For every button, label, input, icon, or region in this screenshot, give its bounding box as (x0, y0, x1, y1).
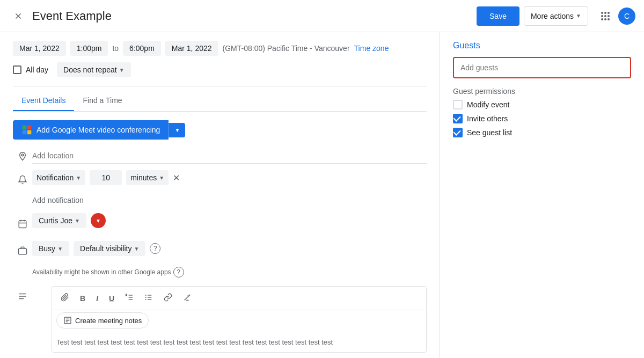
allday-label: All day (26, 65, 48, 74)
notif-unit-chevron: ▼ (159, 175, 164, 181)
status-row: Busy ▼ Default visibility ▼ ? (13, 241, 427, 260)
left-panel: Mar 1, 2022 1:00pm to 6:00pm Mar 1, 2022… (0, 32, 440, 358)
repeat-button[interactable]: Does not repeat ▼ (57, 62, 131, 77)
event-color-button[interactable]: ▼ (91, 213, 106, 228)
allday-row: All day Does not repeat ▼ (13, 62, 427, 77)
svg-rect-5 (27, 130, 32, 135)
attach-file-button[interactable] (56, 291, 74, 305)
notification-unit-select[interactable]: minutes ▼ (126, 170, 169, 185)
add-meet-button[interactable]: Add Google Meet video conferencing (13, 120, 169, 140)
calendar-chevron: ▼ (75, 218, 80, 224)
invite-others-checkbox[interactable] (453, 114, 463, 123)
invite-others-label: Invite others (467, 114, 508, 123)
svg-point-6 (21, 154, 24, 156)
allday-checkbox[interactable] (13, 65, 21, 74)
availability-help-icon[interactable]: ? (173, 267, 184, 277)
timezone-text: (GMT-08:00) Pacific Time - Vancouver (223, 44, 350, 53)
to-separator: to (112, 44, 119, 53)
location-field-container (32, 148, 427, 164)
italic-button[interactable]: I (92, 292, 103, 305)
availability-note: Availability might be shown in other Goo… (32, 267, 427, 277)
right-panel: Guests Guest permissions Modify event In… (440, 32, 644, 358)
tabs-row: Event Details Find a Time (13, 91, 427, 112)
divider (13, 86, 427, 86)
editor-body-text[interactable]: Test test test test test test test test … (52, 333, 426, 352)
tab-event-details[interactable]: Event Details (13, 91, 74, 111)
permission-row-invite: Invite others (453, 114, 631, 123)
description-row: B I U 1 (13, 286, 427, 353)
top-actions: Save More actions ▼ C (477, 6, 635, 26)
remove-format-button[interactable] (179, 291, 196, 305)
repeat-chevron-icon: ▼ (119, 67, 125, 73)
end-time-button[interactable]: 6:00pm (123, 41, 161, 56)
add-notification-link[interactable]: Add notification (32, 196, 427, 204)
end-date-button[interactable]: Mar 1, 2022 (165, 41, 218, 56)
guests-title: Guests (453, 41, 631, 50)
unordered-list-button[interactable] (140, 291, 157, 305)
datetime-row: Mar 1, 2022 1:00pm to 6:00pm Mar 1, 2022… (13, 41, 427, 56)
bold-button[interactable]: B (76, 292, 90, 305)
notification-controls: Notification ▼ 10 minutes ▼ ✕ (32, 170, 180, 185)
svg-rect-3 (27, 126, 32, 130)
svg-point-22 (145, 295, 147, 296)
notification-value-input[interactable]: 10 (90, 170, 122, 185)
modify-event-label: Modify event (467, 100, 509, 109)
remove-notification-button[interactable]: ✕ (173, 173, 180, 183)
chevron-down-icon: ▼ (576, 13, 581, 19)
editor-toolbar: B I U 1 (52, 287, 426, 310)
calendar-icon (13, 219, 32, 229)
top-bar: Event Example Save More actions ▼ C (0, 0, 644, 32)
status-controls: Busy ▼ Default visibility ▼ ? (32, 241, 160, 256)
avatar[interactable]: C (618, 8, 635, 25)
tab-find-time[interactable]: Find a Time (74, 91, 130, 111)
calendar-row: Curtis Joe ▼ ▼ (13, 213, 427, 235)
create-meeting-notes-button[interactable]: Create meeting notes (56, 312, 149, 328)
meet-row: Add Google Meet video conferencing ▼ (13, 120, 427, 140)
more-actions-button[interactable]: More actions ▼ (524, 6, 588, 26)
see-guest-list-checkbox[interactable] (453, 128, 463, 137)
start-time-button[interactable]: 1:00pm (70, 41, 108, 56)
svg-point-24 (145, 299, 147, 300)
location-input[interactable] (32, 148, 427, 164)
apps-icon[interactable] (601, 12, 610, 20)
notif-type-chevron: ▼ (76, 175, 81, 181)
modify-event-checkbox[interactable] (453, 100, 463, 109)
editor-container: B I U 1 (52, 286, 427, 353)
event-title: Event Example (32, 9, 477, 23)
link-button[interactable] (159, 291, 177, 305)
underline-button[interactable]: U (105, 292, 119, 305)
add-guests-input[interactable] (453, 57, 631, 78)
meet-dropdown-button[interactable]: ▼ (169, 123, 185, 137)
color-chevron: ▼ (96, 218, 101, 224)
description-icon (13, 291, 32, 301)
svg-rect-4 (23, 130, 27, 135)
help-icon[interactable]: ? (150, 243, 160, 254)
meet-chevron-icon: ▼ (174, 127, 180, 133)
ordered-list-button[interactable]: 1 (121, 291, 138, 305)
svg-rect-11 (19, 249, 27, 254)
svg-line-25 (185, 295, 191, 301)
location-row (13, 148, 427, 164)
location-icon (13, 151, 32, 161)
notes-icon (63, 316, 72, 325)
busy-chevron: ▼ (57, 246, 63, 252)
svg-point-23 (145, 297, 147, 298)
permission-row-modify: Modify event (453, 100, 631, 109)
save-button[interactable]: Save (477, 6, 519, 26)
svg-rect-7 (19, 221, 26, 228)
main-content: Mar 1, 2022 1:00pm to 6:00pm Mar 1, 2022… (0, 32, 644, 358)
close-button[interactable] (9, 6, 28, 26)
start-date-button[interactable]: Mar 1, 2022 (13, 41, 66, 56)
visibility-select[interactable]: Default visibility ▼ (74, 241, 145, 256)
calendar-select-button[interactable]: Curtis Joe ▼ (32, 213, 86, 228)
svg-text:1: 1 (126, 294, 127, 296)
guest-permissions-title: Guest permissions (453, 87, 631, 96)
busy-status-select[interactable]: Busy ▼ (32, 241, 69, 256)
notification-type-select[interactable]: Notification ▼ (32, 170, 85, 185)
timezone-link[interactable]: Time zone (354, 44, 389, 53)
google-meet-icon (21, 125, 32, 135)
bell-icon (13, 175, 32, 185)
permission-row-see-list: See guest list (453, 128, 631, 137)
svg-rect-2 (23, 126, 27, 130)
visibility-chevron: ▼ (134, 246, 140, 252)
